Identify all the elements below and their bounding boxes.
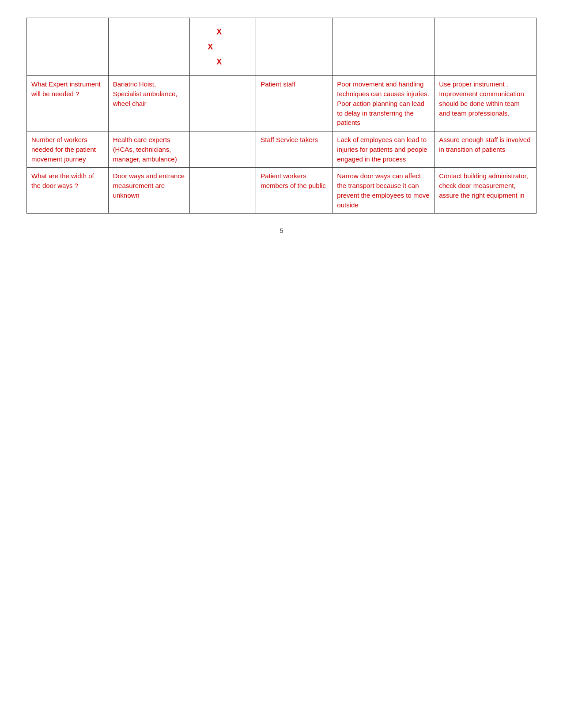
r4-c4-text: Patient workers members of the public: [261, 172, 326, 189]
r2-c2-text: Bariatric Hoist, Specialist ambulance, w…: [113, 80, 178, 107]
cell-r2-c3: [190, 76, 256, 131]
r3-c2-text: Health care experts (HCAs, technicians, …: [113, 136, 177, 163]
r2-c5-text: Poor movement and handling techniques ca…: [337, 80, 429, 126]
cell-r3-c4: Staff Service takers: [256, 131, 333, 168]
r3-c6-text: Assure enough staff is involved in trans…: [439, 136, 530, 153]
r4-c2-text: Door ways and entrance measurement are u…: [113, 172, 185, 199]
r4-c5-text: Narrow door ways can affect the transpor…: [337, 172, 429, 208]
cell-r4-c4: Patient workers members of the public: [256, 168, 333, 214]
cell-r2-c6: Use proper instrument . Improvement comm…: [435, 76, 537, 131]
main-table: X X X What Expert instrument will be nee…: [26, 18, 537, 214]
cell-r3-c1: Number of workers needed for the patient…: [27, 131, 109, 168]
cell-r3-c5: Lack of employees can lead to injuries f…: [333, 131, 435, 168]
cell-r1-c3: X X X: [190, 18, 256, 76]
r2-c4-text: Patient staff: [261, 80, 295, 88]
r4-c6-text: Contact building administrator, check do…: [439, 172, 528, 199]
r2-c1-text: What Expert instrument will be needed ?: [31, 80, 101, 98]
cell-r3-c3: [190, 131, 256, 168]
page-number-text: 5: [280, 227, 283, 234]
cell-r4-c1: What are the width of the door ways ?: [27, 168, 109, 214]
cell-r4-c2: Door ways and entrance measurement are u…: [108, 168, 190, 214]
page-number: 5: [26, 227, 537, 234]
x-mark-3: X: [216, 56, 222, 68]
r3-c5-text: Lack of employees can lead to injuries f…: [337, 136, 427, 163]
cell-r1-c4: [256, 18, 333, 76]
cell-r3-c6: Assure enough staff is involved in trans…: [435, 131, 537, 168]
cell-r2-c1: What Expert instrument will be needed ?: [27, 76, 109, 131]
x-mark-row-2: X: [208, 41, 213, 53]
cell-r4-c6: Contact building administrator, check do…: [435, 168, 537, 214]
table-row-2: What Expert instrument will be needed ? …: [27, 76, 537, 131]
r2-c6-text: Use proper instrument . Improvement comm…: [439, 80, 524, 116]
table-row-1: X X X: [27, 18, 537, 76]
cell-r4-c5: Narrow door ways can affect the transpor…: [333, 168, 435, 214]
cell-r3-c2: Health care experts (HCAs, technicians, …: [108, 131, 190, 168]
cell-r1-c5: [333, 18, 435, 76]
cell-r4-c3: [190, 168, 256, 214]
table-row-3: Number of workers needed for the patient…: [27, 131, 537, 168]
x-mark-2: X: [208, 41, 213, 53]
table-row-4: What are the width of the door ways ? Do…: [27, 168, 537, 214]
r4-c1-text: What are the width of the door ways ?: [31, 172, 94, 189]
cell-r1-c2: [108, 18, 190, 76]
x-mark-1: X: [216, 26, 222, 38]
cell-r1-c6: [435, 18, 537, 76]
r3-c1-text: Number of workers needed for the patient…: [31, 136, 96, 163]
page-content: X X X What Expert instrument will be nee…: [26, 18, 537, 234]
x-mark-row-3: X: [216, 56, 222, 68]
cell-r2-c2: Bariatric Hoist, Specialist ambulance, w…: [108, 76, 190, 131]
x-mark-row-1: X: [216, 26, 222, 38]
cell-r2-c4: Patient staff: [256, 76, 333, 131]
cell-r1-c1: [27, 18, 109, 76]
r3-c4-text: Staff Service takers: [261, 136, 318, 143]
cell-r2-c5: Poor movement and handling techniques ca…: [333, 76, 435, 131]
x-marks-container: X X X: [194, 22, 251, 72]
